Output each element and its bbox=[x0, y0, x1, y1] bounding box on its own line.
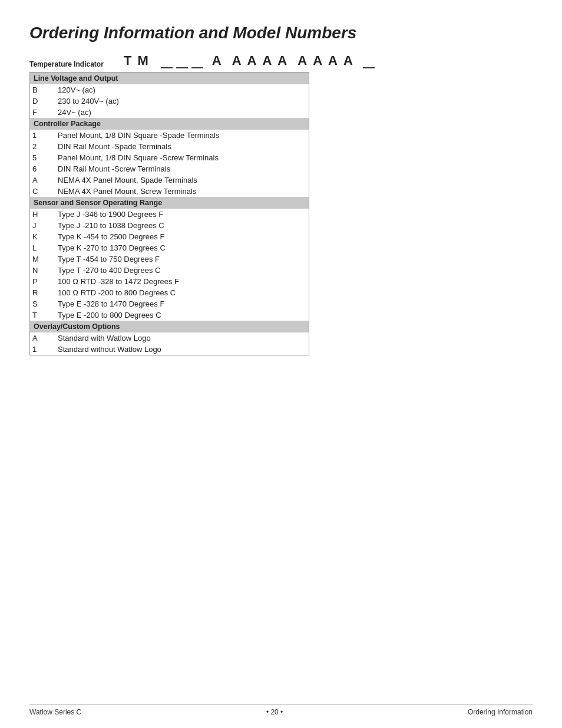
code-T: T bbox=[124, 53, 133, 68]
row-code: P bbox=[30, 276, 55, 287]
ordering-table-box: Line Voltage and OutputB120V~ (ac)D230 t… bbox=[29, 72, 309, 355]
code-A9: A bbox=[343, 53, 354, 68]
row-code: 5 bbox=[30, 152, 55, 163]
table-row: KType K -454 to 2500 Degrees F bbox=[30, 231, 309, 242]
row-description: NEMA 4X Panel Mount, Screw Terminals bbox=[55, 186, 309, 197]
code-A3: A bbox=[247, 53, 258, 68]
blank-3 bbox=[191, 67, 203, 68]
table-row: ANEMA 4X Panel Mount, Spade Terminals bbox=[30, 174, 309, 186]
row-description: Type E -200 to 800 Degrees C bbox=[55, 309, 309, 321]
blank-1 bbox=[161, 67, 173, 68]
code-A5: A bbox=[277, 53, 288, 68]
footer-left: Watlow Series C bbox=[29, 708, 81, 716]
row-description: DIN Rail Mount -Spade Terminals bbox=[55, 141, 309, 152]
table-row: 6DIN Rail Mount -Screw Terminals bbox=[30, 163, 309, 174]
footer-right: Ordering Information bbox=[468, 708, 533, 716]
row-code: 6 bbox=[30, 163, 55, 174]
code-A8: A bbox=[328, 53, 339, 68]
section-header-3: Overlay/Custom Options bbox=[30, 321, 309, 332]
row-code: T bbox=[30, 309, 55, 321]
row-description: Type T -454 to 750 Degrees F bbox=[55, 253, 309, 265]
row-code: L bbox=[30, 242, 55, 253]
table-row: D230 to 240V~ (ac) bbox=[30, 95, 309, 107]
table-row: JType J -210 to 1038 Degrees C bbox=[30, 220, 309, 231]
table-row: B120V~ (ac) bbox=[30, 84, 309, 95]
table-row: 5Panel Mount, 1/8 DIN Square -Screw Term… bbox=[30, 152, 309, 163]
row-code: S bbox=[30, 298, 55, 309]
row-code: N bbox=[30, 265, 55, 276]
table-row: 2DIN Rail Mount -Spade Terminals bbox=[30, 141, 309, 152]
row-code: M bbox=[30, 253, 55, 265]
page-title: Ordering Information and Model Numbers bbox=[29, 24, 533, 42]
row-description: Standard without Watlow Logo bbox=[55, 344, 309, 355]
row-code: K bbox=[30, 231, 55, 242]
table-row: AStandard with Watlow Logo bbox=[30, 332, 309, 344]
table-row: HType J -346 to 1900 Degrees F bbox=[30, 209, 309, 220]
row-description: 230 to 240V~ (ac) bbox=[55, 95, 309, 107]
table-row: R100 Ω RTD -200 to 800 Degrees C bbox=[30, 287, 309, 298]
row-code: 1 bbox=[30, 130, 55, 141]
row-description: NEMA 4X Panel Mount, Spade Terminals bbox=[55, 174, 309, 186]
row-code: C bbox=[30, 186, 55, 197]
row-code: A bbox=[30, 174, 55, 186]
code-A2: A bbox=[232, 53, 243, 68]
table-row: SType E -328 to 1470 Degrees F bbox=[30, 298, 309, 309]
row-code: B bbox=[30, 84, 55, 95]
row-code: A bbox=[30, 332, 55, 344]
blank-trailing bbox=[363, 67, 375, 68]
row-description: Panel Mount, 1/8 DIN Square -Spade Termi… bbox=[55, 130, 309, 141]
row-description: 24V~ (ac) bbox=[55, 107, 309, 118]
code-A4: A bbox=[262, 53, 273, 68]
row-description: Standard with Watlow Logo bbox=[55, 332, 309, 344]
row-description: Type K -270 to 1370 Degrees C bbox=[55, 242, 309, 253]
code-A7: A bbox=[313, 53, 323, 68]
row-description: Type E -328 to 1470 Degrees F bbox=[55, 298, 309, 309]
row-description: 100 Ω RTD -328 to 1472 Degrees F bbox=[55, 276, 309, 287]
row-description: Type J -346 to 1900 Degrees F bbox=[55, 209, 309, 220]
row-code: 2 bbox=[30, 141, 55, 152]
code-M: M bbox=[137, 53, 149, 68]
row-description: 120V~ (ac) bbox=[55, 84, 309, 95]
row-description: DIN Rail Mount -Screw Terminals bbox=[55, 163, 309, 174]
code-A1: A bbox=[212, 53, 223, 68]
table-row: P100 Ω RTD -328 to 1472 Degrees F bbox=[30, 276, 309, 287]
code-A6: A bbox=[297, 53, 308, 68]
row-description: 100 Ω RTD -200 to 800 Degrees C bbox=[55, 287, 309, 298]
model-indicator-label: Temperature Indicator bbox=[29, 60, 124, 68]
row-description: Type J -210 to 1038 Degrees C bbox=[55, 220, 309, 231]
row-description: Type K -454 to 2500 Degrees F bbox=[55, 231, 309, 242]
table-row: 1Standard without Watlow Logo bbox=[30, 344, 309, 355]
row-code: F bbox=[30, 107, 55, 118]
model-codes-display: T M A A A A A A A A A bbox=[124, 53, 533, 68]
blank-2 bbox=[176, 67, 188, 68]
row-code: H bbox=[30, 209, 55, 220]
table-row: NType T -270 to 400 Degrees C bbox=[30, 265, 309, 276]
page-footer: Watlow Series C • 20 • Ordering Informat… bbox=[29, 704, 533, 716]
table-row: TType E -200 to 800 Degrees C bbox=[30, 309, 309, 321]
row-code: J bbox=[30, 220, 55, 231]
section-header-1: Controller Package bbox=[30, 118, 309, 130]
table-row: 1Panel Mount, 1/8 DIN Square -Spade Term… bbox=[30, 130, 309, 141]
row-description: Panel Mount, 1/8 DIN Square -Screw Termi… bbox=[55, 152, 309, 163]
row-code: 1 bbox=[30, 344, 55, 355]
ordering-table: Line Voltage and OutputB120V~ (ac)D230 t… bbox=[30, 73, 309, 355]
footer-center: • 20 • bbox=[266, 708, 283, 716]
section-header-0: Line Voltage and Output bbox=[30, 73, 309, 84]
row-code: D bbox=[30, 95, 55, 107]
table-row: LType K -270 to 1370 Degrees C bbox=[30, 242, 309, 253]
table-row: CNEMA 4X Panel Mount, Screw Terminals bbox=[30, 186, 309, 197]
row-description: Type T -270 to 400 Degrees C bbox=[55, 265, 309, 276]
section-header-2: Sensor and Sensor Operating Range bbox=[30, 197, 309, 209]
table-row: F24V~ (ac) bbox=[30, 107, 309, 118]
table-row: MType T -454 to 750 Degrees F bbox=[30, 253, 309, 265]
row-code: R bbox=[30, 287, 55, 298]
